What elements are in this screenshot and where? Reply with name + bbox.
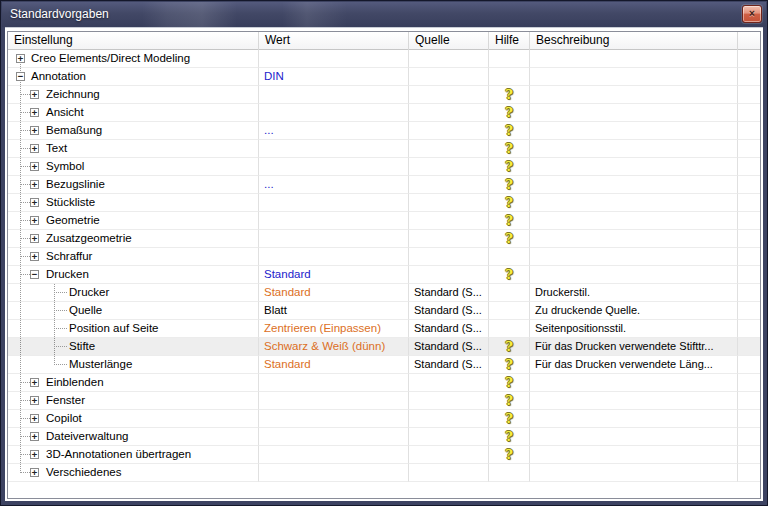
help-icon[interactable]: ?: [505, 266, 513, 283]
value-cell[interactable]: [259, 158, 409, 176]
value-cell[interactable]: ...: [259, 122, 409, 140]
table-row[interactable]: Quelle Blatt Standard (S... Zu druckende…: [8, 302, 760, 320]
value-cell[interactable]: [259, 428, 409, 446]
help-icon[interactable]: ?: [505, 158, 513, 175]
value-cell[interactable]: [259, 410, 409, 428]
value-cell[interactable]: [259, 140, 409, 158]
value-cell[interactable]: [259, 212, 409, 230]
value-cell[interactable]: Blatt: [259, 302, 409, 320]
help-icon[interactable]: ?: [505, 230, 513, 247]
value-cell[interactable]: [259, 446, 409, 464]
tree-branch-line: [20, 436, 30, 437]
value-cell[interactable]: Schwarz & Weiß (dünn): [259, 338, 409, 356]
help-icon[interactable]: ?: [505, 374, 513, 391]
value-cell[interactable]: Standard: [259, 284, 409, 302]
table-row[interactable]: + Copilot ?: [8, 410, 760, 428]
expander-icon[interactable]: +: [30, 378, 39, 387]
help-icon[interactable]: ?: [505, 356, 513, 373]
value-cell[interactable]: [259, 104, 409, 122]
value-text: Schwarz & Weiß (dünn): [264, 340, 385, 352]
table-row[interactable]: + Creo Elements/Direct Modeling: [8, 50, 760, 68]
expander-icon[interactable]: +: [30, 90, 39, 99]
value-cell[interactable]: [259, 230, 409, 248]
value-cell[interactable]: [259, 50, 409, 68]
expander-icon[interactable]: +: [30, 468, 39, 477]
title-bar[interactable]: Standardvorgaben ×: [2, 2, 766, 27]
close-icon: ×: [749, 8, 755, 19]
expander-icon[interactable]: +: [30, 396, 39, 405]
table-row[interactable]: Stifte Schwarz & Weiß (dünn) Standard (S…: [8, 338, 760, 356]
column-header-wert[interactable]: Wert: [259, 32, 409, 50]
table-row[interactable]: + Bezugslinie ... ?: [8, 176, 760, 194]
expander-icon[interactable]: +: [30, 234, 39, 243]
value-cell[interactable]: ...: [259, 176, 409, 194]
help-icon[interactable]: ?: [505, 338, 513, 355]
table-row[interactable]: Musterlänge Standard Standard (S... ? Fü…: [8, 356, 760, 374]
expander-icon[interactable]: +: [30, 144, 39, 153]
help-icon[interactable]: ?: [505, 194, 513, 211]
value-cell[interactable]: Standard: [259, 356, 409, 374]
value-cell[interactable]: [259, 194, 409, 212]
table-row[interactable]: + Ansicht ?: [8, 104, 760, 122]
expander-icon[interactable]: +: [30, 414, 39, 423]
value-cell[interactable]: [259, 374, 409, 392]
table-row[interactable]: Position auf Seite Zentrieren (Einpassen…: [8, 320, 760, 338]
help-icon[interactable]: ?: [505, 446, 513, 463]
table-row[interactable]: + Verschiedenes: [8, 464, 760, 482]
value-text: ...: [264, 178, 274, 190]
table-row[interactable]: − Annotation DIN: [8, 68, 760, 86]
expander-icon[interactable]: +: [30, 450, 39, 459]
close-button[interactable]: ×: [742, 5, 762, 23]
expander-icon[interactable]: +: [16, 54, 25, 63]
column-header-hilfe[interactable]: Hilfe: [489, 32, 530, 50]
expander-icon[interactable]: +: [30, 180, 39, 189]
help-icon[interactable]: ?: [505, 392, 513, 409]
table-row[interactable]: + Fenster ?: [8, 392, 760, 410]
column-header-einstellung[interactable]: Einstellung: [8, 32, 259, 50]
column-header-quelle[interactable]: Quelle: [409, 32, 489, 50]
value-text: Standard: [264, 358, 311, 370]
expander-icon[interactable]: +: [30, 162, 39, 171]
value-cell[interactable]: [259, 392, 409, 410]
help-icon[interactable]: ?: [505, 410, 513, 427]
setting-cell: + Schraffur: [8, 248, 259, 266]
help-icon[interactable]: ?: [505, 428, 513, 445]
table-row[interactable]: + Zusatzgeometrie ?: [8, 230, 760, 248]
table-row[interactable]: + 3D-Annotationen übertragen ?: [8, 446, 760, 464]
value-text: DIN: [264, 70, 284, 82]
expander-icon[interactable]: +: [30, 252, 39, 261]
table-row[interactable]: + Stückliste ?: [8, 194, 760, 212]
help-icon[interactable]: ?: [505, 176, 513, 193]
value-cell[interactable]: [259, 464, 409, 482]
table-row[interactable]: + Bemaßung ... ?: [8, 122, 760, 140]
table-row[interactable]: Drucker Standard Standard (S... Druckers…: [8, 284, 760, 302]
table-row[interactable]: + Geometrie ?: [8, 212, 760, 230]
expander-icon[interactable]: −: [30, 270, 39, 279]
expander-icon[interactable]: +: [30, 216, 39, 225]
value-cell[interactable]: [259, 86, 409, 104]
expander-icon[interactable]: −: [16, 72, 25, 81]
value-cell[interactable]: Standard: [259, 266, 409, 284]
table-row[interactable]: + Symbol ?: [8, 158, 760, 176]
value-cell[interactable]: [259, 248, 409, 266]
expander-icon[interactable]: +: [30, 432, 39, 441]
value-cell[interactable]: DIN: [259, 68, 409, 86]
table-row[interactable]: + Text ?: [8, 140, 760, 158]
help-icon[interactable]: ?: [505, 212, 513, 229]
help-icon[interactable]: ?: [505, 140, 513, 157]
table-row[interactable]: + Zeichnung ?: [8, 86, 760, 104]
table-row[interactable]: + Einblenden ?: [8, 374, 760, 392]
table-row[interactable]: + Dateiverwaltung ?: [8, 428, 760, 446]
value-cell[interactable]: Zentrieren (Einpassen): [259, 320, 409, 338]
source-cell: [409, 50, 489, 68]
table-row[interactable]: − Drucken Standard ?: [8, 266, 760, 284]
expander-icon[interactable]: +: [30, 108, 39, 117]
expander-icon[interactable]: +: [30, 198, 39, 207]
expander-icon[interactable]: +: [30, 126, 39, 135]
help-icon[interactable]: ?: [505, 122, 513, 139]
help-icon[interactable]: ?: [505, 86, 513, 103]
source-cell: [409, 374, 489, 392]
column-header-beschreibung[interactable]: Beschreibung: [530, 32, 738, 50]
table-row[interactable]: + Schraffur: [8, 248, 760, 266]
help-icon[interactable]: ?: [505, 104, 513, 121]
